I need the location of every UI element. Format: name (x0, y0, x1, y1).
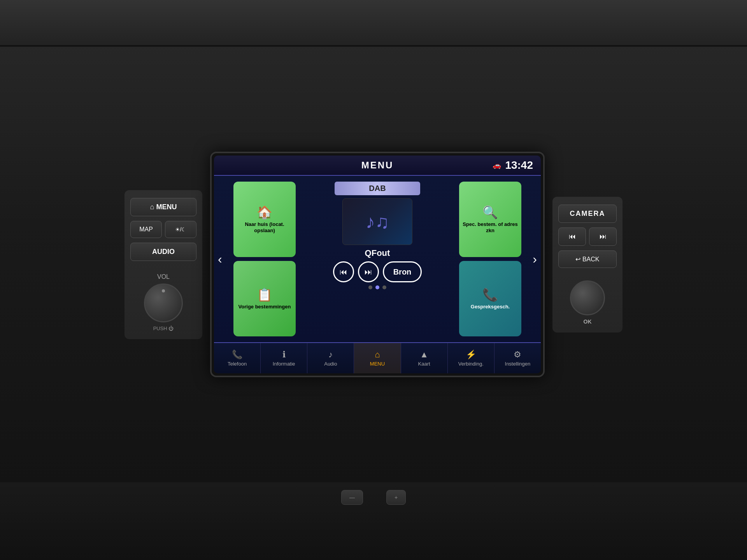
album-art: ♪♫ (342, 198, 412, 245)
home-tile-icon: 🏠 (257, 205, 272, 220)
volume-knob[interactable] (144, 284, 183, 322)
nav-instellingen[interactable]: ⚙ Instellingen (494, 343, 541, 373)
dot-1 (368, 285, 372, 289)
tile-phone[interactable]: 📞 Gespreksgesch. (459, 261, 521, 336)
search-tile-label: Spec. bestem. of adres zkn (462, 221, 518, 233)
nav-telefoon[interactable]: 📞 Telefoon (214, 343, 261, 373)
informatie-label: Informatie (273, 361, 295, 367)
screen-title: MENU (361, 160, 394, 171)
map-button[interactable]: MAP (130, 221, 162, 238)
audio-button[interactable]: AUDIO (130, 243, 196, 261)
nav-verbinding[interactable]: ⚡ Verbinding. (448, 343, 494, 373)
left-arrow-button[interactable]: ‹ (218, 252, 222, 266)
prev-button[interactable]: ⏮ (558, 228, 586, 246)
clock: 13:42 (505, 159, 533, 172)
telefoon-icon: 📞 (232, 350, 242, 360)
left-controls-panel: ⌂ MENU MAP ☀/☾ AUDIO VOL PUSH ⏻ (124, 190, 202, 339)
verbinding-label: Verbinding. (458, 361, 484, 367)
music-note-icon: ♪♫ (366, 211, 389, 233)
tile-home[interactable]: 🏠 Naar huis (locat. opslaan) (233, 182, 296, 257)
right-arrow-button[interactable]: › (533, 252, 537, 266)
phone-tile-label: Gespreksgesch. (471, 304, 510, 310)
back-button[interactable]: ↩ BACK (558, 250, 617, 268)
nav-informatie[interactable]: ℹ Informatie (261, 343, 307, 373)
brightness-button[interactable]: ☀/☾ (165, 221, 196, 238)
right-knob-area: OK (570, 280, 605, 325)
bottom-area: — + (0, 482, 747, 560)
camera-button[interactable]: CAMERA (558, 205, 617, 223)
kaart-icon: ▲ (420, 350, 428, 360)
dot-2 (375, 285, 379, 289)
tile-search[interactable]: 🔍 Spec. bestem. of adres zkn (459, 182, 521, 257)
screen-nav: 📞 Telefoon ℹ Informatie ♪ Audio ⌂ MENU (214, 342, 541, 373)
header-right: 🚗 13:42 (493, 159, 533, 172)
infotainment-screen: MENU 🚗 13:42 ‹ 🏠 (214, 156, 541, 373)
kaart-label: Kaart (418, 361, 430, 367)
center-media-panel: DAB ♪♫ QFout ⏮ ⏭ Bron (300, 182, 455, 336)
instellingen-icon: ⚙ (514, 350, 521, 360)
top-bar (0, 0, 747, 47)
volume-section: VOL PUSH ⏻ (144, 273, 183, 331)
instellingen-label: Instellingen (505, 361, 531, 367)
home-tile-label: Naar huis (locat. opslaan) (237, 221, 293, 233)
map-brightness-row: MAP ☀/☾ (130, 221, 196, 238)
media-controls: ⏮ ⏭ Bron (333, 261, 422, 282)
screen-bezel: MENU 🚗 13:42 ‹ 🏠 (210, 152, 545, 377)
search-tile-icon: 🔍 (482, 205, 498, 220)
car-interior: ⌂ MENU MAP ☀/☾ AUDIO VOL PUSH ⏻ MENU (0, 0, 747, 560)
nav-kaart[interactable]: ▲ Kaart (401, 343, 448, 373)
screen-header: MENU 🚗 13:42 (214, 156, 541, 176)
prev-track-button[interactable]: ⏮ (333, 261, 354, 282)
ok-label: OK (584, 318, 592, 325)
menu-home-button[interactable]: ⌂ MENU (130, 198, 196, 216)
audio-label: Audio (324, 361, 337, 367)
telefoon-label: Telefoon (228, 361, 247, 367)
nav-menu[interactable]: ⌂ MENU (354, 343, 401, 373)
push-label: PUSH ⏻ (153, 326, 174, 331)
nav-audio[interactable]: ♪ Audio (307, 343, 354, 373)
verbinding-icon: ⚡ (466, 350, 476, 360)
source-indicator: DAB (335, 182, 420, 195)
history-tile-label: Vorige bestemmingen (238, 304, 291, 310)
menu-icon: ⌂ (375, 350, 380, 360)
history-tile-icon: 📋 (257, 287, 272, 302)
next-button[interactable]: ⏭ (589, 228, 617, 246)
tiles-left: 🏠 Naar huis (locat. opslaan) 📋 Vorige be… (233, 182, 296, 336)
phone-tile-icon: 📞 (482, 287, 498, 302)
media-buttons-row: ⏮ ⏭ (558, 228, 617, 246)
bottom-btn-left[interactable]: — (341, 490, 363, 505)
source-select-button[interactable]: Bron (383, 261, 422, 282)
tile-history[interactable]: 📋 Vorige bestemmingen (233, 261, 296, 336)
bottom-btn-center[interactable]: + (386, 490, 406, 505)
menu-label: MENU (370, 361, 385, 367)
ok-knob[interactable] (570, 280, 605, 315)
right-controls-panel: CAMERA ⏮ ⏭ ↩ BACK OK (552, 197, 622, 332)
dashboard-area: ⌂ MENU MAP ☀/☾ AUDIO VOL PUSH ⏻ MENU (0, 47, 747, 482)
tiles-right: 🔍 Spec. bestem. of adres zkn 📞 Gespreksg… (459, 182, 521, 336)
car-status-icon: 🚗 (493, 161, 501, 170)
informatie-icon: ℹ (282, 350, 286, 360)
track-name: QFout (365, 248, 390, 258)
dot-3 (382, 285, 386, 289)
header-wrapper: MENU 🚗 13:42 (222, 159, 533, 172)
vol-label: VOL (157, 273, 170, 280)
page-dots (368, 285, 386, 289)
audio-icon: ♪ (328, 350, 333, 360)
screen-main: ‹ 🏠 Naar huis (locat. opslaan) 📋 Vorige … (214, 176, 541, 342)
next-track-button[interactable]: ⏭ (358, 261, 379, 282)
